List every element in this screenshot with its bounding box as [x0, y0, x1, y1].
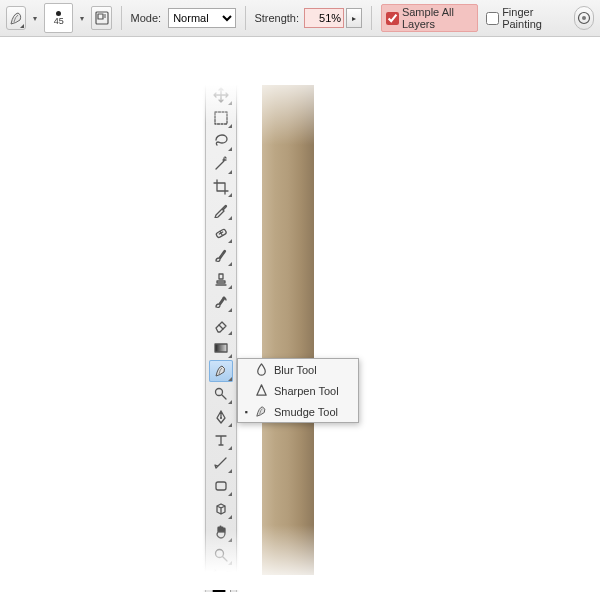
- svg-rect-1: [98, 14, 103, 19]
- svg-point-11: [220, 417, 222, 419]
- swatch-controls[interactable]: ⤢▪▫: [210, 567, 232, 577]
- wood-texture: [262, 85, 314, 575]
- svg-rect-8: [215, 344, 227, 352]
- flyout-item-label: Smudge Tool: [274, 406, 338, 418]
- current-tool-smudge-icon[interactable]: [6, 6, 26, 30]
- flyout-item-sharpen-tool[interactable]: Sharpen Tool: [238, 380, 358, 401]
- strength-flyout-arrow-icon[interactable]: ▸: [346, 8, 362, 28]
- svg-point-13: [216, 550, 224, 558]
- finger-painting-checkbox[interactable]: Finger Painting: [482, 5, 565, 31]
- flyout-item-label: Blur Tool: [274, 364, 317, 376]
- canvas[interactable]: [200, 65, 450, 585]
- eraser-tool[interactable]: [209, 314, 233, 336]
- type-tool[interactable]: [209, 429, 233, 451]
- strength-label: Strength:: [254, 12, 299, 24]
- tablet-pressure-size-button[interactable]: [574, 6, 594, 30]
- sample-all-layers-checkbox[interactable]: Sample All Layers: [381, 4, 478, 32]
- shape-tool[interactable]: [209, 475, 233, 497]
- eyedropper-tool[interactable]: [209, 199, 233, 221]
- lasso-tool[interactable]: [209, 130, 233, 152]
- move-tool[interactable]: [209, 84, 233, 106]
- smudge-tool-flyout: Blur ToolSharpen Tool▪Smudge Tool: [237, 358, 359, 423]
- path-tool[interactable]: [209, 452, 233, 474]
- brush-panel-toggle[interactable]: [91, 6, 111, 30]
- finger-painting-label: Finger Painting: [502, 6, 561, 30]
- healing-tool[interactable]: [209, 222, 233, 244]
- brush-size-value: 45: [54, 17, 64, 26]
- tool-preset-arrow-icon[interactable]: ▾: [30, 14, 40, 23]
- marquee-tool[interactable]: [209, 107, 233, 129]
- history-brush-tool[interactable]: [209, 291, 233, 313]
- brush-tool[interactable]: [209, 245, 233, 267]
- options-bar: ▾ 45 ▾ Mode: Normal Strength: ▸ Sample A…: [0, 0, 600, 37]
- hand-tool[interactable]: [209, 521, 233, 543]
- flyout-item-label: Sharpen Tool: [274, 385, 339, 397]
- 3d-tool[interactable]: [209, 498, 233, 520]
- brush-picker[interactable]: 45: [44, 3, 73, 33]
- gradient-tool[interactable]: [209, 337, 233, 359]
- strength-input[interactable]: [304, 8, 344, 28]
- sample-all-layers-label: Sample All Layers: [402, 6, 473, 30]
- crop-tool[interactable]: [209, 176, 233, 198]
- wand-tool[interactable]: [209, 153, 233, 175]
- stamp-tool[interactable]: [209, 268, 233, 290]
- zoom-tool[interactable]: [209, 544, 233, 566]
- flyout-item-smudge-tool[interactable]: ▪Smudge Tool: [238, 401, 358, 422]
- tools-panel: ⤢▪▫: [205, 80, 237, 592]
- color-swatches[interactable]: [211, 583, 231, 592]
- svg-rect-6: [215, 112, 227, 124]
- svg-rect-12: [216, 482, 226, 490]
- mode-label: Mode:: [131, 12, 162, 24]
- flyout-item-blur-tool[interactable]: Blur Tool: [238, 359, 358, 380]
- mode-select[interactable]: Normal: [168, 8, 235, 28]
- brush-picker-arrow-icon[interactable]: ▾: [77, 14, 87, 23]
- svg-point-5: [582, 16, 586, 20]
- pen-tool[interactable]: [209, 406, 233, 428]
- dodge-tool[interactable]: [209, 383, 233, 405]
- svg-point-10: [216, 389, 223, 396]
- smudge-tool[interactable]: [209, 360, 233, 382]
